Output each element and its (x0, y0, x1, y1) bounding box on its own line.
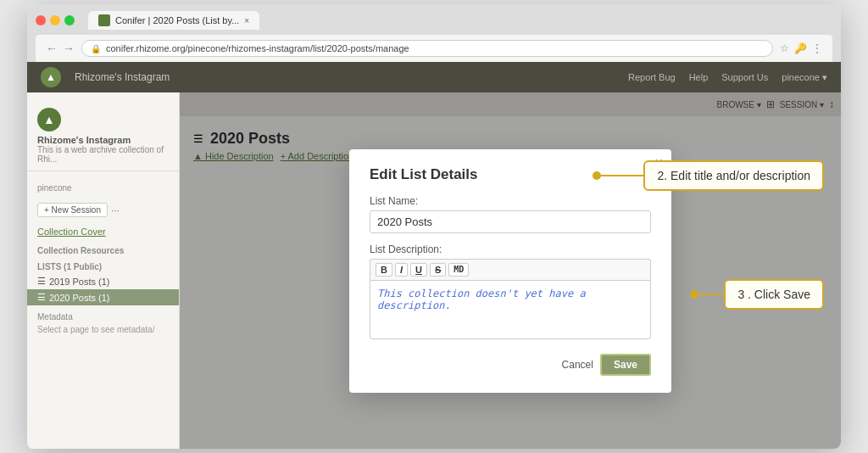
help-link[interactable]: Help (689, 72, 709, 82)
address-bar[interactable]: 🔒 conifer.rhizome.org/pinecone/rhizomes-… (81, 40, 773, 57)
app-topnav-links: Report Bug Help Support Us (628, 72, 768, 82)
logo-icon: ▲ (46, 71, 56, 83)
sidebar: ▲ Rhizome's Instagram This is a web arch… (27, 92, 180, 449)
sidebar-metadata-sub: Select a page to see metadata/ (27, 323, 179, 336)
menu-dots-icon[interactable]: ⋮ (812, 42, 822, 54)
list-name-group: List Name: (370, 195, 651, 233)
sidebar-list-item-2019[interactable]: ☰ 2019 Posts (1) (27, 273, 179, 289)
support-us-link[interactable]: Support Us (721, 72, 768, 82)
address-bar-icons: ☆ 🔑 ⋮ (780, 42, 822, 54)
modal-overlay: × Edit List Details List Name: List Desc… (180, 92, 841, 449)
markdown-btn[interactable]: MD (448, 263, 469, 277)
sidebar-item-collection-cover[interactable]: Collection Cover (27, 222, 179, 241)
main-area: BROWSE ▾ ⊞ SESSION ▾ ↕ ☰ 2020 Posts ▲ Hi… (180, 92, 841, 449)
underline-btn[interactable]: U (410, 263, 427, 277)
browser-titlebar: Conifer | 2020 Posts (List by... × (36, 11, 832, 30)
bookmark-icon[interactable]: ☆ (780, 42, 789, 54)
sidebar-list-item-2019-label: 2019 Posts (1) (49, 277, 110, 287)
rte-toolbar: B I U S MD (370, 259, 651, 280)
list-desc-label: List Description: (370, 243, 651, 255)
modal-footer: Cancel Save (370, 354, 651, 376)
browser-window: Conifer | 2020 Posts (List by... × ← → 🔒… (27, 4, 841, 449)
annotation-3-dot (690, 290, 698, 299)
sidebar-logo: ▲ (37, 108, 61, 131)
sidebar-tagline: This is a web archive collection of Rhi.… (37, 145, 169, 164)
annotation-2-line (601, 175, 643, 176)
sidebar-collection-name: Rhizome's Instagram (37, 135, 169, 145)
key-icon[interactable]: 🔑 (794, 42, 807, 54)
bold-btn[interactable]: B (376, 263, 392, 277)
annotation-3: 3 . Click Save (690, 279, 824, 310)
more-actions-btn[interactable]: ··· (111, 204, 120, 216)
sidebar-btn-row: pinecone (27, 178, 179, 198)
minimize-traffic-light[interactable] (50, 15, 60, 25)
tab-favicon (98, 14, 110, 26)
tab-title: Conifer | 2020 Posts (List by... (115, 15, 239, 25)
browser-chrome: Conifer | 2020 Posts (List by... × ← → 🔒… (27, 4, 841, 62)
browser-tabs: Conifer | 2020 Posts (List by... × (88, 11, 259, 30)
tab-close-btn[interactable]: × (244, 16, 249, 25)
goto-label: pinecone (37, 183, 72, 193)
close-traffic-light[interactable] (36, 15, 46, 25)
list-name-label: List Name: (370, 195, 651, 207)
list-description-textarea[interactable]: This collection doesn't yet have a descr… (370, 280, 651, 339)
annotation-2: 2. Edit title and/or description (593, 160, 824, 191)
save-button[interactable]: Save (600, 354, 651, 376)
list-icon-2019: ☰ (37, 276, 46, 287)
sidebar-logo-icon: ▲ (43, 113, 55, 126)
report-bug-link[interactable]: Report Bug (628, 72, 676, 82)
app-body: ▲ Rhizome's Instagram This is a web arch… (27, 92, 841, 449)
annotation-3-line (698, 294, 724, 295)
list-icon-2020: ☰ (37, 292, 46, 303)
sidebar-actions: + New Session ··· (27, 198, 179, 222)
forward-btn[interactable]: → (63, 42, 75, 55)
cancel-button[interactable]: Cancel (562, 359, 593, 371)
new-session-button[interactable]: + New Session (37, 203, 108, 217)
sidebar-resources-label: Collection Resources (27, 241, 179, 257)
user-menu[interactable]: pinecone ▾ (782, 72, 827, 83)
sidebar-list-item-2020-label: 2020 Posts (1) (49, 293, 110, 303)
maximize-traffic-light[interactable] (64, 15, 75, 25)
browser-addressbar: ← → 🔒 conifer.rhizome.org/pinecone/rhizo… (36, 35, 832, 62)
strikethrough-btn[interactable]: S (430, 263, 446, 277)
app-logo: ▲ (41, 67, 61, 87)
app-site-name: Rhizome's Instagram (75, 71, 615, 83)
annotation-2-callout: 2. Edit title and/or description (643, 160, 824, 191)
back-btn[interactable]: ← (46, 42, 58, 55)
app-content: ▲ Rhizome's Instagram Report Bug Help Su… (27, 62, 841, 449)
url-text: conifer.rhizome.org/pinecone/rhizomes-in… (106, 43, 409, 53)
sidebar-lists-label: LISTS (1 Public) (27, 257, 179, 273)
nav-buttons: ← → (46, 42, 75, 55)
sidebar-user-section: ▲ Rhizome's Instagram This is a web arch… (27, 101, 179, 171)
italic-btn[interactable]: I (395, 263, 408, 277)
app-topnav: ▲ Rhizome's Instagram Report Bug Help Su… (27, 62, 841, 92)
user-label: pinecone ▾ (782, 72, 827, 82)
sidebar-list-item-2020[interactable]: ☰ 2020 Posts (1) (27, 289, 179, 305)
annotation-2-dot (593, 171, 601, 180)
sidebar-metadata-label: Metadata (27, 305, 179, 323)
annotation-3-callout: 3 . Click Save (724, 279, 824, 310)
list-description-group: List Description: B I U S MD This collec… (370, 243, 651, 342)
browser-tab-active[interactable]: Conifer | 2020 Posts (List by... × (88, 11, 259, 30)
traffic-lights (36, 15, 75, 25)
list-name-input[interactable] (370, 210, 651, 233)
